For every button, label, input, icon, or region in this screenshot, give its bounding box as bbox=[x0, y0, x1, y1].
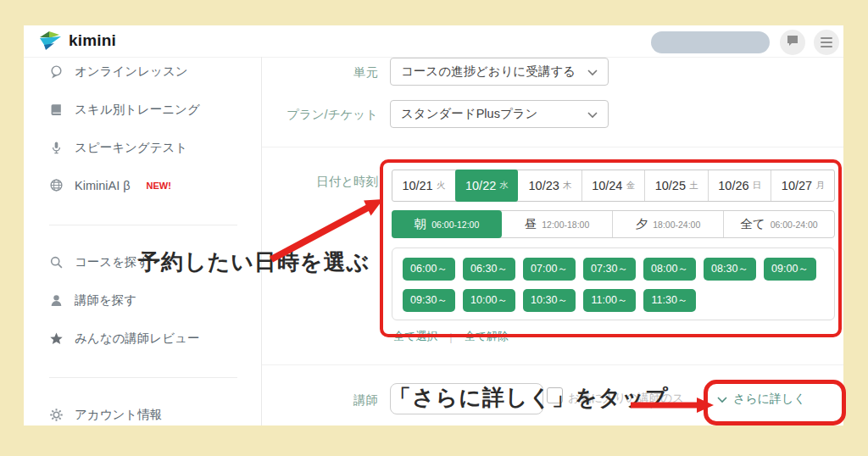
time-slot-button[interactable]: 08:30～ bbox=[704, 258, 756, 281]
sidebar-item-label: 講師を探す bbox=[75, 292, 136, 309]
select-all-link[interactable]: 全て選択 bbox=[393, 329, 437, 344]
person-icon bbox=[49, 293, 64, 308]
period-range: 06:00-12:00 bbox=[431, 220, 479, 230]
date-tab[interactable]: 10/27月 bbox=[771, 170, 834, 201]
time-slot-button[interactable]: 09:30～ bbox=[403, 289, 455, 312]
kimini-logo[interactable]: kimini bbox=[39, 30, 116, 51]
date-value: 10/27 bbox=[782, 179, 812, 192]
date-value: 10/24 bbox=[592, 179, 622, 192]
unit-label: 単元 bbox=[261, 64, 378, 81]
favorite-teacher-checkbox[interactable] bbox=[547, 387, 563, 403]
time-slot-button[interactable]: 10:00～ bbox=[463, 289, 515, 312]
plan-label: プラン/チケット bbox=[261, 107, 378, 123]
sidebar-item-speaking-test[interactable]: スピーキングテスト bbox=[49, 140, 187, 156]
sidebar-item-account-info[interactable]: アカウント情報 bbox=[49, 407, 162, 423]
time-slot-button[interactable]: 10:30～ bbox=[523, 289, 576, 312]
chat-bubble-icon bbox=[786, 34, 799, 51]
unit-dropdown-value: コースの進捗どおりに受講する bbox=[401, 64, 576, 80]
sidebar-group-divider bbox=[49, 377, 237, 378]
unit-dropdown[interactable]: コースの進捗どおりに受講する bbox=[390, 58, 609, 86]
date-tab[interactable]: 10/25土 bbox=[644, 170, 708, 201]
sidebar-item-label: みんなの講師レビュー bbox=[75, 331, 199, 347]
teacher-search-input[interactable] bbox=[390, 383, 543, 414]
star-icon bbox=[49, 331, 64, 346]
section-divider bbox=[262, 147, 843, 147]
date-tab[interactable]: 10/21火 bbox=[392, 170, 455, 201]
link-separator: | bbox=[449, 331, 452, 343]
datetime-label: 日付と時刻 bbox=[261, 174, 378, 190]
plan-dropdown[interactable]: スタンダードPlusプラン bbox=[390, 100, 609, 128]
time-slot-button[interactable]: 08:00～ bbox=[643, 258, 696, 281]
period-tab-noon[interactable]: 昼12:00-18:00 bbox=[501, 211, 612, 237]
dow-value: 水 bbox=[499, 180, 509, 192]
period-range: 06:00-24:00 bbox=[771, 220, 818, 230]
sidebar-item-label: コースを探す bbox=[75, 254, 149, 270]
sidebar-group-divider bbox=[49, 225, 237, 225]
hamburger-icon bbox=[821, 37, 832, 47]
time-slot-button[interactable]: 11:00～ bbox=[583, 289, 636, 312]
period-tab-all[interactable]: 全て06:00-24:00 bbox=[723, 211, 834, 237]
sidebar-item-find-course[interactable]: コースを探す bbox=[49, 254, 149, 270]
more-details-label: さらに詳しく bbox=[733, 392, 806, 407]
time-slot-button[interactable]: 06:00～ bbox=[403, 258, 455, 281]
sidebar-item-find-teacher[interactable]: 講師を探す bbox=[49, 292, 136, 309]
sidebar-item-label: スピーキングテスト bbox=[75, 140, 187, 156]
sidebar-item-label: アカウント情報 bbox=[75, 407, 162, 423]
time-slot-button[interactable]: 07:00～ bbox=[523, 258, 576, 281]
section-divider bbox=[262, 364, 843, 365]
chevron-down-icon bbox=[587, 65, 598, 79]
sidebar-item-label: オンラインレッスン bbox=[75, 64, 188, 80]
sidebar-item-teacher-reviews[interactable]: みんなの講師レビュー bbox=[49, 331, 199, 347]
globe-icon bbox=[49, 178, 64, 192]
date-tab[interactable]: 10/26日 bbox=[708, 170, 771, 201]
screenshot-canvas: kimini オンラインレッスン スキル別トレーニング bbox=[0, 0, 868, 456]
chat-button[interactable] bbox=[780, 30, 805, 55]
app-window: kimini オンラインレッスン スキル別トレーニング bbox=[24, 25, 843, 425]
period-tab-morning[interactable]: 朝06:00-12:00 bbox=[392, 210, 502, 238]
favorite-teacher-label: お気に入りの講師のス bbox=[568, 391, 684, 406]
search-icon bbox=[49, 255, 64, 270]
time-slot-button[interactable]: 11:30～ bbox=[643, 289, 696, 312]
period-label: 昼 bbox=[525, 216, 537, 232]
chevron-down-icon bbox=[717, 392, 727, 406]
dow-value: 土 bbox=[689, 180, 698, 192]
more-details-link[interactable]: さらに詳しく bbox=[717, 392, 806, 407]
teacher-label: 講師 bbox=[261, 392, 378, 409]
top-header: kimini bbox=[24, 25, 843, 58]
dow-value: 月 bbox=[815, 180, 825, 192]
sidebar-item-online-lesson[interactable]: オンラインレッスン bbox=[49, 64, 188, 80]
period-range: 12:00-18:00 bbox=[542, 220, 589, 230]
mic-icon bbox=[49, 141, 64, 155]
user-name-pill[interactable] bbox=[651, 31, 770, 53]
dow-value: 火 bbox=[437, 180, 446, 192]
date-value: 10/26 bbox=[718, 179, 748, 192]
time-slot-button[interactable]: 06:30～ bbox=[463, 258, 515, 281]
period-tab-evening[interactable]: 夕18:00-24:00 bbox=[612, 211, 723, 237]
sidebar-item-skill-training[interactable]: スキル別トレーニング bbox=[49, 102, 200, 118]
time-slots-box: 06:00～ 06:30～ 07:00～ 07:30～ 08:00～ 08:30… bbox=[392, 247, 835, 320]
period-label: 全て bbox=[740, 216, 765, 232]
sidebar-item-label: KiminiAI β bbox=[75, 179, 131, 192]
date-value: 10/25 bbox=[655, 179, 686, 192]
period-range: 18:00-24:00 bbox=[653, 220, 700, 230]
dow-value: 木 bbox=[563, 180, 572, 192]
select-links: 全て選択 | 全て解除 bbox=[393, 329, 509, 344]
plan-dropdown-value: スタンダードPlusプラン bbox=[401, 106, 537, 122]
chevron-down-icon bbox=[587, 108, 598, 121]
dow-value: 金 bbox=[626, 180, 635, 192]
date-tab-selected[interactable]: 10/22水 bbox=[455, 170, 519, 202]
kimini-logo-icon bbox=[39, 30, 63, 51]
new-badge: NEW! bbox=[147, 181, 171, 191]
period-label: 朝 bbox=[415, 216, 427, 232]
date-tabs: 10/21火 10/22水 10/23木 10/24金 10/25土 10/26… bbox=[392, 170, 835, 202]
sidebar-item-kimini-ai[interactable]: KiminiAI β NEW! bbox=[49, 178, 171, 192]
deselect-all-link[interactable]: 全て解除 bbox=[465, 329, 509, 344]
period-label: 夕 bbox=[636, 216, 648, 232]
book-icon bbox=[49, 103, 64, 117]
date-tab[interactable]: 10/24金 bbox=[581, 170, 645, 201]
time-slot-button[interactable]: 07:30～ bbox=[583, 258, 636, 281]
menu-button[interactable] bbox=[814, 30, 839, 55]
time-slot-button[interactable]: 09:00～ bbox=[764, 258, 816, 281]
date-tab[interactable]: 10/23木 bbox=[518, 170, 581, 201]
date-value: 10/21 bbox=[402, 179, 432, 192]
